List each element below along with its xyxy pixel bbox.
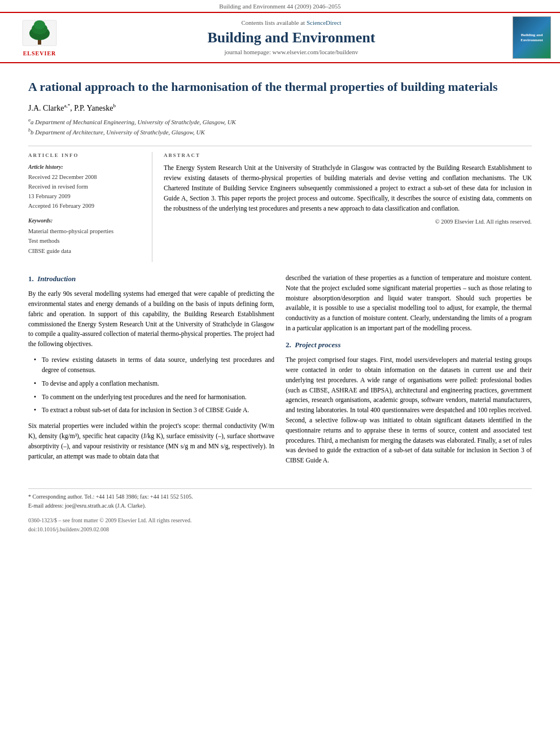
svg-point-4 — [34, 20, 45, 29]
top-bar: Building and Environment 44 (2009) 2046–… — [0, 0, 560, 12]
keywords-section: Keywords: Material thermo-physical prope… — [28, 217, 144, 257]
journal-homepage: journal homepage: www.elsevier.com/locat… — [225, 48, 358, 56]
author-a-sup: a,* — [64, 103, 70, 108]
abstract-label: ABSTRACT — [164, 152, 532, 159]
abstract-column: ABSTRACT The Energy System Research Unit… — [164, 152, 532, 262]
footer-divider: * Corresponding author. Tel.: +44 141 54… — [28, 488, 532, 534]
keyword-3: CIBSE guide data — [28, 246, 144, 256]
right-body-column: described the variation of these propert… — [286, 273, 532, 471]
objectives-list: To review existing datasets in terms of … — [28, 355, 274, 416]
article-info-label: ARTICLE INFO — [28, 152, 144, 159]
footer-bottom: 0360-1323/$ – see front matter © 2009 El… — [28, 516, 532, 534]
intro-para-2: Six material properties were included wi… — [28, 421, 274, 461]
paper-title: A rational approach to the harmonisation… — [28, 79, 532, 95]
intro-para-1: By the early 90s several modelling syste… — [28, 289, 274, 350]
sciencedirect-prefix: Contents lists available at — [241, 19, 305, 26]
history-label: Article history: — [28, 163, 144, 171]
keyword-1: Material thermo-physical properties — [28, 226, 144, 237]
author-a: J.A. Clarke — [28, 104, 64, 112]
journal-title: Building and Environment — [207, 30, 375, 46]
bullet-item-1: To review existing datasets in terms of … — [34, 355, 274, 375]
svg-point-6 — [45, 32, 49, 37]
journal-cover-area: Building and Environment — [509, 16, 554, 59]
article-info-column: ARTICLE INFO Article history: Received 2… — [28, 152, 152, 262]
elsevier-tree-icon — [20, 18, 59, 49]
right-intro-para: described the variation of these propert… — [286, 273, 532, 334]
elsevier-logo-area: ELSEVIER — [6, 16, 73, 59]
journal-cover-image: Building and Environment — [513, 16, 551, 59]
elsevier-text: ELSEVIER — [23, 50, 56, 58]
author-b-sup: b — [113, 103, 116, 108]
left-body-column: 1. Introduction By the early 90s several… — [28, 273, 274, 471]
main-content: A rational approach to the harmonisation… — [0, 63, 560, 540]
keywords-label: Keywords: — [28, 217, 144, 225]
copyright-line: © 2009 Elsevier Ltd. All rights reserved… — [164, 218, 532, 226]
received-date: Received 22 December 2008 Received in re… — [28, 173, 144, 211]
intro-heading: 1. Introduction — [28, 273, 274, 285]
sciencedirect-link[interactable]: Contents lists available at ScienceDirec… — [241, 19, 341, 27]
bullet-item-2: To devise and apply a conflation mechani… — [34, 379, 274, 389]
bullet-item-4: To extract a robust sub-set of data for … — [34, 405, 274, 416]
project-process-heading: 2. Project process — [286, 339, 532, 351]
journal-title-area: Contents lists available at ScienceDirec… — [73, 16, 509, 59]
corresponding-author-note: * Corresponding author. Tel.: +44 141 54… — [28, 492, 532, 510]
article-history-section: Article history: Received 22 December 20… — [28, 163, 144, 211]
journal-citation: Building and Environment 44 (2009) 2046–… — [219, 3, 340, 10]
received-revised-label: Received in revised form — [28, 182, 144, 192]
authors-line: J.A. Clarkea,*, P.P. Yaneskeb — [28, 102, 532, 113]
bullet-item-3: To comment on the underlying test proced… — [34, 392, 274, 403]
sciencedirect-anchor[interactable]: ScienceDirect — [307, 19, 342, 26]
journal-header: ELSEVIER Contents lists available at Sci… — [0, 12, 560, 63]
body-columns: 1. Introduction By the early 90s several… — [28, 273, 532, 471]
abstract-text: The Energy System Research Unit at the U… — [164, 163, 532, 213]
affil-b: bb Department of Architecture, Universit… — [28, 127, 532, 137]
keyword-2: Test methods — [28, 236, 144, 246]
author-b: P.P. Yaneske — [74, 104, 113, 112]
project-process-para: The project comprised four stages. First… — [286, 355, 532, 466]
affiliations: aa Department of Mechanical Engineering,… — [28, 117, 532, 138]
received-revised-date: 13 February 2009 — [28, 192, 144, 202]
article-info-abstract-section: ARTICLE INFO Article history: Received 2… — [28, 146, 532, 262]
svg-point-5 — [30, 32, 34, 37]
affil-a: aa Department of Mechanical Engineering,… — [28, 117, 532, 127]
elsevier-logo: ELSEVIER — [20, 18, 59, 58]
